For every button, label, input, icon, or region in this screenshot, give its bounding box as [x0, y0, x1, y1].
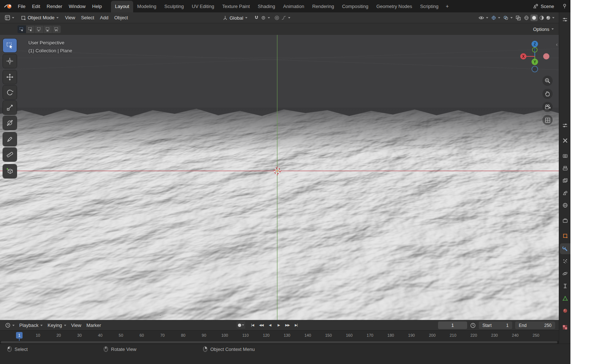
- marker-menu[interactable]: Marker: [84, 321, 103, 329]
- viewport-menu[interactable]: View: [62, 13, 78, 22]
- select-intersect-mode-button[interactable]: [52, 25, 61, 33]
- tool-annotate[interactable]: [3, 132, 17, 146]
- playhead[interactable]: 1: [16, 332, 23, 339]
- tab-output-icon[interactable]: [559, 163, 570, 173]
- current-frame-field[interactable]: 1: [438, 321, 467, 329]
- workspace-tab[interactable]: UV Editing: [188, 1, 218, 12]
- gizmos-dropdown[interactable]: [491, 15, 500, 20]
- timeline-scrollbar-handle[interactable]: [1, 341, 557, 343]
- workspace-tab[interactable]: Scripting: [416, 1, 443, 12]
- properties-filter-icon[interactable]: [559, 120, 570, 131]
- editor-type-button[interactable]: [3, 14, 16, 21]
- tool-move[interactable]: [3, 70, 17, 84]
- transport-button[interactable]: ▶: [275, 321, 283, 329]
- rendered-shading-icon[interactable]: [546, 15, 551, 20]
- navigation-gizmo[interactable]: Z X Y: [520, 40, 549, 73]
- playback-menu[interactable]: Playback: [17, 321, 45, 329]
- proportional-edit-icon[interactable]: [274, 15, 279, 20]
- tab-tool-icon[interactable]: [559, 135, 570, 145]
- select-invert-mode-button[interactable]: [44, 25, 52, 33]
- time-clock-icon[interactable]: [470, 323, 476, 328]
- tool-cursor[interactable]: [3, 54, 17, 68]
- topbar-menu[interactable]: Help: [89, 2, 105, 11]
- properties-editor-icon[interactable]: [559, 15, 570, 25]
- terrain-plane-object[interactable]: [0, 35, 559, 108]
- tab-world-icon[interactable]: [559, 200, 570, 210]
- workspace-tab[interactable]: Layout: [111, 1, 133, 12]
- overlays-dropdown[interactable]: [503, 15, 513, 20]
- select-extend-mode-button[interactable]: [26, 25, 35, 33]
- select-subtract-mode-button[interactable]: [35, 25, 43, 33]
- tab-texture-icon[interactable]: [559, 322, 570, 332]
- visibility-dropdown[interactable]: [478, 16, 488, 20]
- tab-collection-icon[interactable]: [559, 215, 570, 225]
- tab-particles-icon[interactable]: [559, 256, 570, 266]
- tool-select-box[interactable]: [3, 39, 17, 52]
- mode-selector[interactable]: Object Mode: [19, 14, 61, 21]
- viewport-menu[interactable]: Object: [111, 13, 131, 22]
- select-set-mode-button[interactable]: [17, 25, 26, 33]
- tool-add-cube[interactable]: [3, 164, 17, 178]
- tab-material-icon[interactable]: [559, 305, 570, 316]
- transport-button[interactable]: ▶|: [292, 321, 300, 329]
- tab-object-icon[interactable]: [559, 231, 570, 241]
- pan-hand-button[interactable]: [542, 89, 553, 99]
- transport-button[interactable]: ◀: [266, 321, 274, 329]
- workspace-tab[interactable]: Sculpting: [160, 1, 188, 12]
- workspace-tab[interactable]: Texture Paint: [218, 1, 254, 12]
- options-dropdown[interactable]: Options: [533, 27, 554, 32]
- tab-scene-icon[interactable]: [559, 188, 570, 198]
- workspace-tab[interactable]: Modeling: [133, 1, 160, 12]
- tab-physics-icon[interactable]: [559, 268, 570, 279]
- workspace-tab[interactable]: Compositing: [338, 1, 372, 12]
- timeline-ruler[interactable]: 1 10203040506070809010011012013014015016…: [0, 330, 559, 341]
- viewport-3d[interactable]: User Perspective (1) Collection | Plane: [0, 35, 559, 320]
- viewport-menu[interactable]: Select: [78, 13, 97, 22]
- ortho-grid-button[interactable]: [542, 115, 553, 125]
- transform-orientation-selector[interactable]: Global: [220, 14, 250, 22]
- topbar-menu[interactable]: Edit: [29, 2, 43, 11]
- topbar-menu[interactable]: File: [15, 2, 29, 11]
- material-shading-icon[interactable]: [539, 15, 544, 20]
- start-frame-field[interactable]: Start 1: [479, 321, 512, 329]
- tab-constraints-icon[interactable]: [559, 281, 570, 291]
- workspace-tab[interactable]: Animation: [279, 1, 308, 12]
- sidebar-toggle-arrow[interactable]: ‹: [556, 41, 558, 47]
- falloff-curve-icon[interactable]: [281, 15, 286, 20]
- camera-view-button[interactable]: [542, 102, 553, 112]
- workspace-tab[interactable]: Rendering: [308, 1, 338, 12]
- tool-scale[interactable]: [3, 101, 17, 115]
- auto-keying-button[interactable]: [236, 321, 245, 329]
- tab-render-icon[interactable]: [559, 151, 570, 161]
- transport-button[interactable]: |◀: [248, 321, 256, 329]
- transport-button[interactable]: ▶▶: [283, 321, 291, 329]
- tab-object-data-icon[interactable]: [559, 293, 570, 303]
- timeline-editor-button[interactable]: [3, 321, 17, 329]
- chevron-down-icon: [12, 17, 14, 19]
- tool-measure[interactable]: [3, 148, 17, 161]
- magnet-icon[interactable]: [254, 15, 259, 20]
- solid-shading-button[interactable]: [530, 15, 538, 21]
- topbar-menu[interactable]: Window: [65, 2, 89, 11]
- zoom-button[interactable]: [542, 76, 553, 86]
- blender-logo-icon[interactable]: [4, 3, 12, 9]
- tab-view-layer-icon[interactable]: [559, 175, 570, 185]
- snap-target-icon[interactable]: [261, 15, 266, 20]
- transport-button[interactable]: ◀◀: [257, 321, 265, 329]
- end-frame-field[interactable]: End 250: [515, 321, 555, 329]
- tool-rotate[interactable]: [3, 85, 17, 99]
- add-workspace-button[interactable]: +: [442, 1, 452, 11]
- scene-selector[interactable]: Scene: [530, 3, 557, 10]
- tab-modifiers-icon[interactable]: [559, 244, 570, 254]
- timeline-view-menu[interactable]: View: [69, 321, 84, 329]
- workspace-tab[interactable]: Geometry Nodes: [372, 1, 416, 12]
- timeline-scrollbar[interactable]: [0, 341, 559, 344]
- tool-transform[interactable]: [3, 116, 17, 130]
- pin-icon[interactable]: [562, 4, 567, 9]
- wireframe-shading-icon[interactable]: [524, 15, 529, 20]
- viewport-menu[interactable]: Add: [97, 13, 111, 22]
- keying-menu[interactable]: Keying: [45, 321, 69, 329]
- topbar-menu[interactable]: Render: [43, 2, 65, 11]
- xray-toggle-icon[interactable]: [516, 15, 521, 21]
- workspace-tab[interactable]: Shading: [254, 1, 279, 12]
